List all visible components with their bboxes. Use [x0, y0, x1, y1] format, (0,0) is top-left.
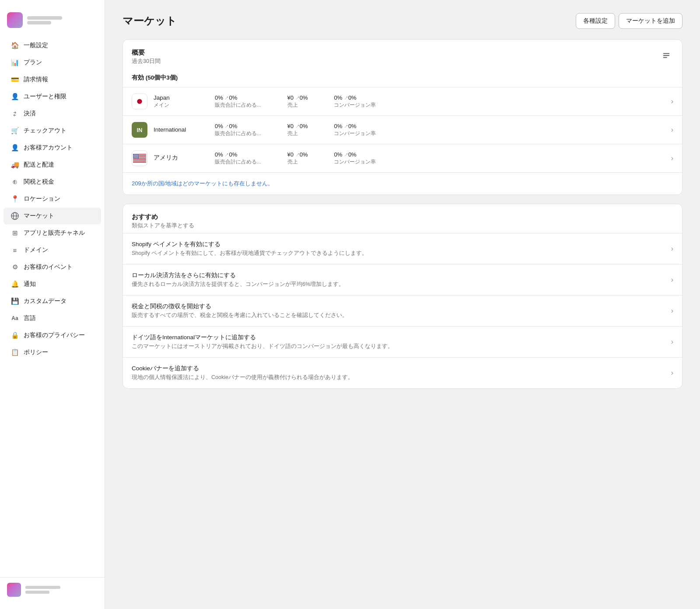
sidebar-item-customdata[interactable]: 💾 カスタムデータ — [4, 293, 101, 310]
svg-point-39 — [137, 156, 138, 157]
sidebar-item-label: 言語 — [24, 314, 36, 322]
svg-point-46 — [133, 157, 133, 158]
overview-more-button[interactable] — [659, 49, 673, 63]
rec-title-4: Cookieバナーを追加する — [132, 365, 664, 372]
international-stat-2-sub: 売上 — [287, 130, 308, 137]
sidebar-item-payment[interactable]: ⇄ 決済 — [4, 105, 101, 122]
rec-title-1: ローカル決済方法をさらに有効にする — [132, 271, 664, 279]
rec-title-0: Shopify ペイメントを有効にする — [132, 240, 664, 248]
rec-desc-2: 販売するすべての場所で、税金と関税を考慮に入れていることを確認してください。 — [132, 312, 664, 319]
add-market-button[interactable]: マーケットを追加 — [619, 13, 682, 29]
international-stat-2: ¥0 ↗0% 売上 — [287, 123, 308, 137]
japan-stat-2-sub: 売上 — [287, 102, 308, 108]
events-icon: ⚙ — [10, 263, 19, 271]
international-stat-1-sub: 販売合計に占める... — [215, 130, 261, 137]
market-row-america[interactable]: アメリカ 0% ↗0% 販売合計に占める... ¥0 ↗0% 売上 — [123, 144, 682, 172]
bottom-logo-icon — [7, 583, 21, 597]
svg-point-37 — [136, 156, 136, 157]
sidebar-item-customer[interactable]: 👤 お客様アカウント — [4, 139, 101, 156]
svg-rect-3 — [663, 55, 669, 56]
sidebar-item-tax[interactable]: ⊕ 関税と税金 — [4, 174, 101, 190]
japan-market-name: Japan — [154, 94, 206, 101]
recommendations-header: おすすめ 類似ストアを基準とする — [123, 204, 682, 231]
rec-row-3[interactable]: ドイツ語をInternationalマーケットに追加する このマーケットにはオー… — [123, 326, 682, 357]
svg-rect-13 — [133, 160, 146, 161]
tax-icon: ⊕ — [10, 177, 19, 186]
rec-desc-1: 優先されるローカル決済方法を提供すると、コンバージョンが平均6%増加します。 — [132, 281, 664, 288]
japan-stat-1-sub: 販売合計に占める... — [215, 102, 261, 108]
users-icon: 👤 — [10, 92, 19, 101]
svg-point-22 — [133, 155, 133, 155]
rec-row-4[interactable]: Cookieバナーを追加する 現地の個人情報保護法により、Cookieバナーの使… — [123, 357, 682, 388]
sidebar-item-privacy[interactable]: 🔒 お客様のプライバシー — [4, 327, 101, 344]
rec-row-2[interactable]: 税金と関税の徴収を開始する 販売するすべての場所で、税金と関税を考慮に入れている… — [123, 295, 682, 326]
recommendations-list: Shopify ペイメントを有効にする Shopify ペイメントを有効にして、… — [123, 233, 682, 388]
apps-icon: ⊞ — [10, 229, 19, 237]
svg-point-25 — [136, 155, 136, 155]
international-stat-2-main: ¥0 ↗0% — [287, 123, 308, 130]
sidebar-item-label: アプリと販売チャネル — [24, 229, 85, 237]
language-icon: Aa — [10, 314, 19, 323]
america-market-name: アメリカ — [154, 154, 206, 162]
svg-point-18 — [135, 154, 136, 155]
japan-stat-3-main: 0% ↗0% — [334, 94, 376, 101]
japan-stat-3-sub: コンバージョン率 — [334, 102, 376, 108]
sidebar-item-general[interactable]: 🏠 一般設定 — [4, 37, 101, 54]
market-row-international[interactable]: IN International 0% ↗0% 販売合計に占める... ¥0 ↗… — [123, 115, 682, 144]
sidebar-item-apps[interactable]: ⊞ アプリと販売チャネル — [4, 225, 101, 241]
sidebar-item-label: プラン — [24, 59, 42, 66]
market-row-japan[interactable]: Japan メイン 0% ↗0% 販売合計に占める... ¥0 ↗0% 売上 — [123, 87, 682, 115]
header-actions: 各種設定 マーケットを追加 — [576, 13, 682, 29]
sidebar-item-markets[interactable]: マーケット — [4, 208, 101, 224]
svg-rect-12 — [133, 159, 146, 160]
sidebar-nav: 🏠 一般設定 📊 プラン 💳 請求情報 👤 ユーザーと権限 ⇄ 決済 🛒 — [0, 37, 105, 574]
sidebar-item-label: お客様アカウント — [24, 144, 73, 152]
settings-button[interactable]: 各種設定 — [576, 13, 615, 29]
japan-market-info: Japan メイン — [154, 94, 206, 108]
svg-point-16 — [133, 154, 134, 155]
america-stat-1: 0% ↗0% 販売合計に占める... — [215, 151, 261, 165]
sidebar-item-label: 通知 — [24, 280, 36, 288]
sidebar-item-language[interactable]: Aa 言語 — [4, 310, 101, 327]
japan-stat-1: 0% ↗0% 販売合計に占める... — [215, 94, 261, 108]
sidebar-item-notifications[interactable]: 🔔 通知 — [4, 276, 101, 292]
sidebar-item-plan[interactable]: 📊 プラン — [4, 54, 101, 71]
store-logo — [0, 7, 105, 37]
sidebar-item-label: 一般設定 — [24, 42, 48, 49]
svg-point-48 — [135, 157, 135, 158]
sidebar-item-label: チェックアウト — [24, 127, 66, 135]
svg-point-7 — [137, 99, 142, 104]
svg-rect-14 — [133, 161, 146, 162]
countries-info-text[interactable]: 209か所の国/地域はどのマーケットにも存在しません。 — [123, 172, 682, 195]
sidebar-item-policy[interactable]: 📋 ポリシー — [4, 344, 101, 361]
international-chevron-icon: › — [671, 126, 673, 134]
rec-row-1[interactable]: ローカル決済方法をさらに有効にする 優先されるローカル決済方法を提供すると、コン… — [123, 264, 682, 295]
svg-point-35 — [134, 156, 134, 157]
bottom-store-info — [7, 583, 98, 597]
japan-stat-3: 0% ↗0% コンバージョン率 — [334, 94, 376, 108]
sidebar-item-label: ユーザーと権限 — [24, 93, 66, 101]
japan-market-tag: メイン — [154, 102, 206, 108]
rec-chevron-3-icon: › — [671, 338, 673, 346]
shipping-icon: 🚚 — [10, 160, 19, 169]
svg-point-44 — [137, 157, 137, 157]
sidebar-item-location[interactable]: 📍 ロケーション — [4, 191, 101, 207]
sidebar-item-shipping[interactable]: 🚚 配送と配達 — [4, 157, 101, 173]
sidebar-item-checkout[interactable]: 🛒 チェックアウト — [4, 122, 101, 139]
privacy-icon: 🔒 — [10, 331, 19, 340]
japan-market-stats: 0% ↗0% 販売合計に占める... ¥0 ↗0% 売上 0% ↗0% コンバー… — [215, 94, 671, 108]
sidebar-item-label: お客様のイベント — [24, 263, 73, 271]
sidebar-item-users[interactable]: 👤 ユーザーと権限 — [4, 88, 101, 105]
logo-icon — [7, 12, 23, 28]
sidebar-item-billing[interactable]: 💳 請求情報 — [4, 71, 101, 88]
overview-title: 概要 — [132, 49, 161, 57]
japan-flag — [132, 94, 147, 109]
sidebar-item-events[interactable]: ⚙ お客様のイベント — [4, 259, 101, 275]
svg-point-29 — [134, 156, 135, 156]
japan-chevron-icon: › — [671, 97, 673, 105]
rec-row-0[interactable]: Shopify ペイメントを有効にする Shopify ペイメントを有効にして、… — [123, 233, 682, 264]
overview-card-header: 概要 過去30日間 — [123, 40, 682, 67]
japan-stat-2: ¥0 ↗0% 売上 — [287, 94, 308, 108]
sidebar-item-label: 配送と配達 — [24, 161, 54, 169]
sidebar-item-domain[interactable]: ≡ ドメイン — [4, 242, 101, 258]
